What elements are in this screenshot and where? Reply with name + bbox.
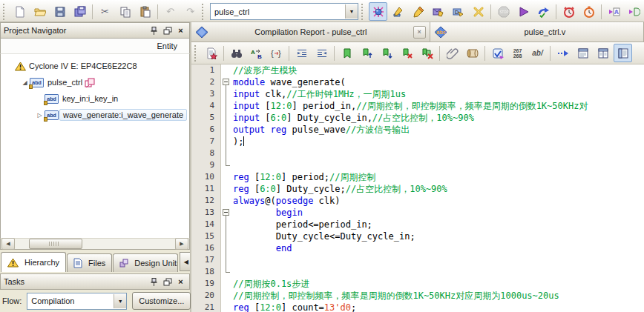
code-line[interactable]: 9 [191,159,644,171]
customize-button[interactable]: Customize... [132,292,191,310]
open-file-button[interactable] [30,2,49,21]
save-button[interactable] [50,2,69,21]
tree-horizontal-scrollbar[interactable]: ◀ ▶ [0,238,190,250]
tab-pulse-ctrl-v[interactable]: abc pulse_ctrl.v [430,22,644,42]
code-line[interactable]: 5input [6:0] Duty_cycle_in,//占空比控制，10%~9… [191,112,644,124]
code-line[interactable]: 13 begin [191,207,644,219]
code-line[interactable]: 8 [191,147,644,159]
scrollbar-thumb[interactable] [29,239,82,249]
settings-button[interactable] [369,2,387,21]
redo-button[interactable]: ↷ [181,2,200,21]
clear-bookmark-button[interactable] [398,44,416,62]
previous-bookmark-button[interactable] [378,44,396,62]
toolbar-grip-handle[interactable] [361,4,365,20]
float-window-icon[interactable] [162,25,173,36]
stop-processing-button[interactable]: STOP [494,2,513,21]
technology-map-viewer-button[interactable] [625,2,643,21]
pane-layout-2-button[interactable] [594,44,612,62]
new-from-template-button[interactable] [202,44,220,62]
tab-design-units[interactable]: Design Units [113,253,178,272]
code-line[interactable]: 20//周期控制，即控制频率，频率是周期的倒数1K~50KHz对应周期为1000… [191,290,644,302]
cut-button[interactable]: ✂ [96,2,114,21]
tools-button[interactable] [469,2,487,21]
toolbar-grip-handle[interactable] [202,4,206,20]
timequest-analyzer-button[interactable] [559,2,578,21]
goto-button[interactable]: {} [267,44,286,62]
float-window-icon[interactable] [162,276,173,287]
code-line[interactable]: 14 period<=period_in; [191,219,644,230]
scroll-tabs-left-icon[interactable]: ◀ [180,252,190,271]
scroll-left-icon[interactable]: ◀ [1,238,15,250]
code-line[interactable]: 7); [191,136,644,147]
start-analysis-synthesis-button[interactable] [534,2,553,21]
save-project-button[interactable] [70,2,89,21]
new-file-button[interactable] [10,2,29,21]
chevron-down-icon[interactable]: ▼ [114,294,126,308]
close-icon[interactable]: × [175,276,186,287]
pane-layout-3-button[interactable] [614,44,632,62]
tree-item[interactable]: ▷abdwave_generate:i_wave_generate [1,107,189,123]
code-line[interactable]: 19//周期按0.1s步进 [191,278,644,290]
find-button[interactable] [227,44,246,62]
start-compilation-button[interactable] [514,2,533,21]
code-line[interactable]: 10reg [12:0] period;//周期控制 [191,171,644,183]
tab-hierarchy[interactable]: Hierarchy [1,252,66,272]
entity-column-header[interactable]: Entity [0,39,190,54]
scroll-right-icon[interactable]: ▶ [175,238,188,250]
comment-text-button[interactable]: ab/ [528,44,547,62]
fold-marker-start[interactable] [221,76,231,88]
project-combobox[interactable]: pulse_ctrl▼ [210,3,358,20]
classic-timing-analyzer-button[interactable] [579,2,598,21]
fold-marker-line [221,254,231,266]
next-bookmark-button[interactable] [358,44,376,62]
toolbar-grip-handle[interactable] [3,4,7,20]
code-line[interactable]: 6output reg pulse_wave//方波信号输出 [191,124,644,136]
code-line[interactable]: 11reg [6:0] Duty_cycle;//占空比控制，10%~90% [191,183,644,195]
replace-button[interactable]: AB [247,44,266,62]
pin-icon[interactable] [148,25,160,36]
chevron-down-icon[interactable]: ▼ [345,4,358,19]
code-line[interactable]: 18 [191,266,644,278]
copy-button[interactable] [116,2,134,21]
toolbar-grip-handle[interactable] [194,45,198,62]
code-line[interactable]: 15 Duty_cycle<=Duty_cycle_in; [191,230,644,242]
indent-guides-button[interactable] [553,44,572,62]
rtl-viewer-button[interactable] [605,2,623,21]
tree-item[interactable]: ◢abdpulse_ctrl [1,74,189,90]
tab-label: Design Units [134,259,178,268]
design-partition-button[interactable]: D [449,2,467,21]
tab-compilation-report[interactable]: Compilation Report - pulse_ctrl × [191,22,430,42]
code-line[interactable]: 16 end [191,242,644,254]
code-line[interactable]: 17 [191,254,644,266]
clear-all-bookmarks-button[interactable] [418,44,436,62]
close-icon[interactable]: × [413,26,426,39]
fold-marker-start[interactable] [221,207,231,219]
toggle-bookmark-button[interactable] [338,44,356,62]
code-line[interactable]: 4input [12:0] period_in,//周期控制，即控制频率，频率是… [191,100,644,112]
code-line[interactable]: 2module wave_generate( [191,76,644,88]
code-editor[interactable]: 1//波形产生模块2module wave_generate(3input cl… [191,64,644,312]
code-line[interactable]: 12always@(posedge clk) [191,195,644,207]
macro-button[interactable] [463,44,482,62]
flow-combobox[interactable]: Compilation ▼ [27,293,127,310]
assignment-editor-button[interactable] [389,2,407,21]
tab-files[interactable]: Files [67,253,112,272]
code-line[interactable]: 3input clk,//工作时钟1MHz，一周期1us [191,88,644,100]
timing-assignment-button[interactable] [429,2,447,21]
tree-item[interactable]: abdkey_in:i_key_in [1,90,189,107]
code-line[interactable]: 1//波形产生模块 [191,64,644,76]
code-line[interactable]: 21reg [12:0] count=13'd0; [191,302,644,312]
undo-button[interactable]: ↶ [161,2,180,21]
tree-item[interactable]: Cyclone IV E: EP4CE6E22C8 [1,58,189,74]
show-line-numbers-button[interactable]: 267268 [508,44,527,62]
pin-planner-button[interactable] [409,2,427,21]
indent-button[interactable] [292,44,311,62]
check-note-icon [492,47,504,59]
attach-button[interactable] [443,44,461,62]
analyze-file-button[interactable] [488,44,507,62]
close-icon[interactable]: × [175,25,186,36]
pane-layout-1-button[interactable] [574,44,592,62]
paste-button[interactable] [136,2,154,21]
pin-icon[interactable] [148,276,160,287]
unindent-button[interactable] [312,44,331,62]
